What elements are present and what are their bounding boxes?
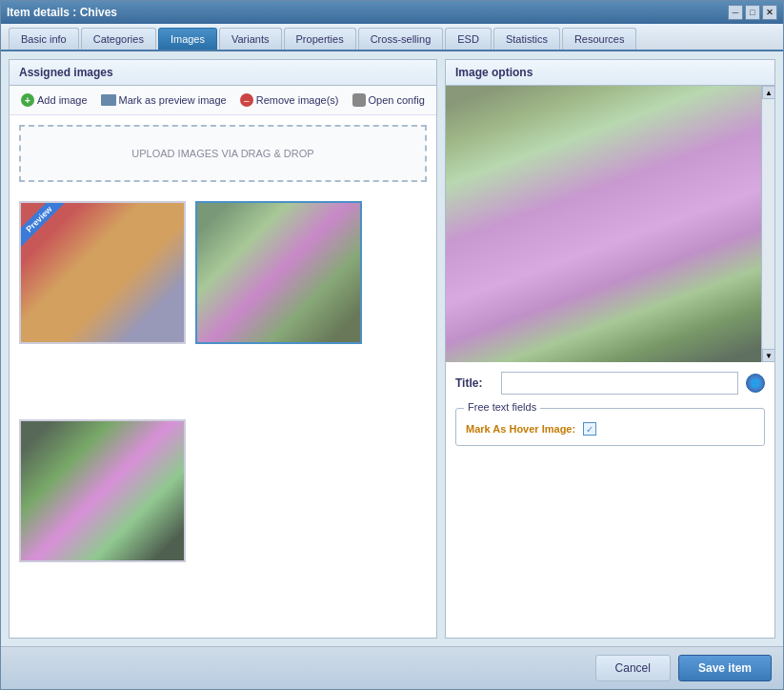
title-label: Title:	[455, 376, 493, 390]
free-text-section: Free text fields Mark As Hover Image: ✓	[455, 408, 765, 446]
image-options-content: Title: 🌐 Free text fields Mark As Hover …	[446, 362, 774, 456]
assigned-images-header: Assigned images	[10, 60, 436, 86]
preview-badge-label: Preview	[21, 203, 69, 249]
globe-icon[interactable]: 🌐	[746, 374, 765, 393]
tab-cross-selling[interactable]: Cross-selling	[358, 28, 444, 50]
remove-icon: –	[240, 93, 253, 107]
image-thumb-2[interactable]	[195, 201, 362, 344]
tab-images[interactable]: Images	[158, 28, 217, 50]
large-image-preview: ▲ ▼	[446, 86, 774, 362]
main-window: Item details : Chives ─ □ ✕ Basic info C…	[0, 0, 784, 690]
scroll-track	[762, 99, 774, 349]
free-text-legend: Free text fields	[464, 401, 540, 413]
right-panel: Image options ▲ ▼ Title: 🌐 Free text fie…	[445, 59, 775, 639]
add-icon: +	[21, 93, 34, 107]
open-config-button[interactable]: Open config	[349, 91, 429, 109]
main-content: Assigned images + Add image Mark as prev…	[1, 51, 783, 646]
save-button[interactable]: Save item	[678, 655, 772, 681]
hover-image-checkbox[interactable]: ✓	[583, 422, 596, 436]
minimize-button[interactable]: ─	[728, 5, 743, 20]
image-grid: Preview	[10, 192, 436, 638]
images-toolbar: + Add image Mark as preview image – Remo…	[10, 86, 436, 115]
tab-bar: Basic info Categories Images Variants Pr…	[1, 24, 783, 51]
window-title: Item details : Chives	[7, 6, 117, 19]
upload-area[interactable]: UPLOAD IMAGES VIA DRAG & DROP	[19, 125, 427, 182]
titlebar-controls: ─ □ ✕	[728, 5, 777, 20]
tab-variants[interactable]: Variants	[219, 28, 282, 50]
image-scrollbar: ▲ ▼	[761, 86, 774, 362]
footer: Cancel Save item	[1, 646, 783, 689]
cancel-button[interactable]: Cancel	[595, 655, 671, 681]
scroll-down-button[interactable]: ▼	[762, 349, 774, 362]
title-field-row: Title: 🌐	[455, 372, 765, 395]
remove-images-button[interactable]: – Remove image(s)	[236, 91, 343, 109]
gear-icon	[352, 93, 366, 107]
left-panel: Assigned images + Add image Mark as prev…	[9, 59, 437, 639]
mark-preview-button[interactable]: Mark as preview image	[97, 92, 231, 108]
tab-properties[interactable]: Properties	[284, 28, 356, 50]
titlebar: Item details : Chives ─ □ ✕	[1, 1, 783, 24]
hover-image-label: Mark As Hover Image:	[466, 423, 575, 435]
scroll-up-button[interactable]: ▲	[762, 86, 774, 99]
preview-badge: Preview	[21, 203, 78, 260]
close-button[interactable]: ✕	[762, 5, 777, 20]
restore-button[interactable]: □	[745, 5, 760, 20]
title-input[interactable]	[501, 372, 738, 395]
image-thumb-3[interactable]	[19, 419, 186, 562]
tab-statistics[interactable]: Statistics	[493, 28, 560, 50]
free-text-content: Mark As Hover Image: ✓	[456, 409, 764, 445]
add-image-button[interactable]: + Add image	[17, 91, 91, 109]
tab-basic-info[interactable]: Basic info	[9, 28, 79, 50]
tab-resources[interactable]: Resources	[562, 28, 637, 50]
tab-categories[interactable]: Categories	[81, 28, 156, 50]
image-options-header: Image options	[446, 60, 774, 86]
preview-icon	[101, 94, 116, 106]
image-thumb-1[interactable]: Preview	[19, 201, 186, 344]
tab-esd[interactable]: ESD	[445, 28, 492, 50]
